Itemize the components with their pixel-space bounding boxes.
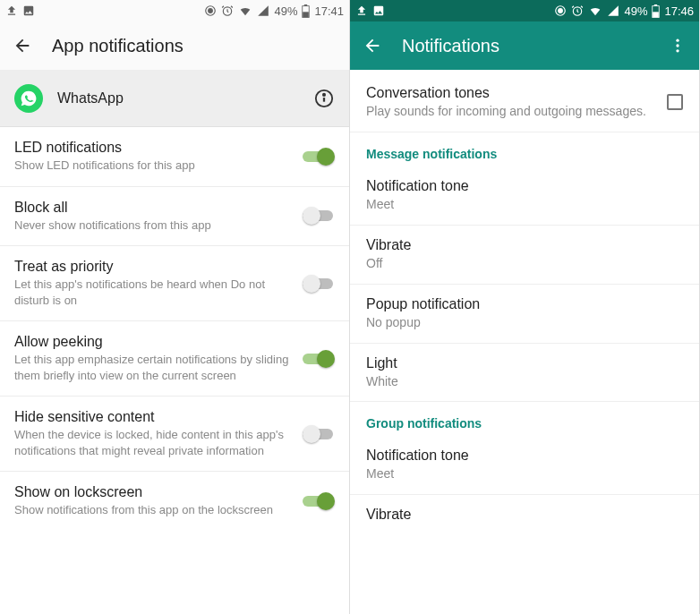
section-message-notifications: Message notifications [350,132,699,166]
app-header: WhatsApp [0,70,349,127]
wifi-icon [588,4,602,17]
wifi-icon [238,4,252,17]
toggle-switch[interactable] [303,492,335,510]
screen-app-notifications: 49% 17:41 App notifications WhatsApp LED… [0,0,350,614]
svg-point-17 [676,49,679,52]
setting-subtitle: No popup [366,314,683,331]
toolbar: Notifications [350,21,699,70]
toggle-switch[interactable] [303,350,335,368]
toggle-switch[interactable] [303,148,335,166]
setting-conversation-tones[interactable]: Conversation tones Play sounds for incom… [350,73,699,132]
setting-popup-notification[interactable]: Popup notification No popup [350,285,699,344]
info-button[interactable] [313,88,335,109]
setting-block-all[interactable]: Block all Never show notifications from … [0,187,349,247]
setting-subtitle: When the device is locked, hide content … [14,427,292,458]
image-icon [22,4,35,17]
circle-icon [554,4,567,17]
upload-icon [355,4,368,17]
setting-subtitle: Let this app emphasize certain notificat… [14,352,292,383]
clock-time: 17:41 [314,4,344,18]
more-icon[interactable] [669,37,687,55]
circle-icon [204,4,217,17]
screen-whatsapp-notifications: 49% 17:46 Notifications Conversation ton… [350,0,700,614]
setting-title: Light [366,355,683,371]
svg-rect-14 [653,12,660,17]
section-group-notifications: Group notifications [350,402,699,436]
setting-vibrate[interactable]: Vibrate Off [350,226,699,285]
setting-title: Block all [14,200,292,216]
battery-icon [652,4,660,18]
notifications-content: Conversation tones Play sounds for incom… [350,70,699,614]
checkbox[interactable] [667,94,683,110]
setting-title: Allow peeking [14,334,292,350]
app-name: WhatsApp [57,90,299,107]
setting-title: Notification tone [366,178,683,194]
setting-led-notifications[interactable]: LED notifications Show LED notifications… [0,127,349,187]
setting-subtitle: Show LED notifications for this app [14,158,292,174]
toggle-switch[interactable] [303,275,335,293]
toolbar: App notifications [0,21,349,70]
setting-title: LED notifications [14,140,292,156]
battery-percent: 49% [274,4,297,18]
back-icon[interactable] [363,36,382,55]
setting-subtitle: Show notifications from this app on the … [14,502,292,518]
svg-rect-5 [303,12,310,17]
setting-light[interactable]: Light White [350,344,699,403]
whatsapp-icon [14,84,43,113]
toggle-switch[interactable] [303,425,335,443]
setting-hide-sensitive-content[interactable]: Hide sensitive content When the device i… [0,397,349,472]
back-icon[interactable] [13,36,32,55]
setting-title: Conversation tones [366,85,656,101]
settings-list: LED notifications Show LED notifications… [0,127,349,614]
setting-title: Notification tone [366,448,683,464]
setting-subtitle: Meet [366,465,683,482]
setting-title: Show on lockscreen [14,484,292,500]
info-icon [314,89,334,108]
status-bar: 49% 17:41 [0,0,349,21]
setting-group-notification-tone[interactable]: Notification tone Meet [350,436,699,495]
svg-rect-13 [654,4,657,6]
image-icon [372,4,385,17]
signal-icon [607,4,619,17]
setting-title: Hide sensitive content [14,409,292,425]
setting-title: Vibrate [366,237,683,253]
svg-rect-4 [304,4,307,6]
battery-icon [302,4,310,18]
setting-subtitle: White [366,373,683,390]
signal-icon [257,4,269,17]
page-title: App notifications [52,36,184,56]
setting-notification-tone[interactable]: Notification tone Meet [350,166,699,226]
setting-subtitle: Let this app's notifications be heard wh… [14,277,292,308]
setting-allow-peeking[interactable]: Allow peeking Let this app emphasize cer… [0,321,349,397]
battery-percent: 49% [624,4,647,18]
setting-title: Treat as priority [14,259,292,275]
toggle-switch[interactable] [303,207,335,225]
status-bar: 49% 17:46 [350,0,699,21]
setting-group-vibrate[interactable]: Vibrate [350,495,699,524]
setting-treat-as-priority[interactable]: Treat as priority Let this app's notific… [0,246,349,321]
setting-subtitle: Play sounds for incoming and outgoing me… [366,103,656,120]
svg-point-10 [559,9,563,13]
setting-subtitle: Off [366,255,683,272]
svg-point-8 [323,93,325,95]
setting-subtitle: Never show notifications from this app [14,217,292,234]
page-title: Notifications [402,36,499,56]
upload-icon [5,4,18,17]
clock-time: 17:46 [664,4,694,18]
alarm-icon [571,4,584,17]
setting-title: Popup notification [366,296,683,312]
svg-point-1 [209,9,213,13]
setting-subtitle: Meet [366,196,683,213]
svg-point-16 [676,44,679,47]
alarm-icon [221,4,234,17]
setting-title: Vibrate [366,507,683,523]
svg-point-15 [676,39,679,42]
setting-show-on-lockscreen[interactable]: Show on lockscreen Show notifications fr… [0,472,349,531]
